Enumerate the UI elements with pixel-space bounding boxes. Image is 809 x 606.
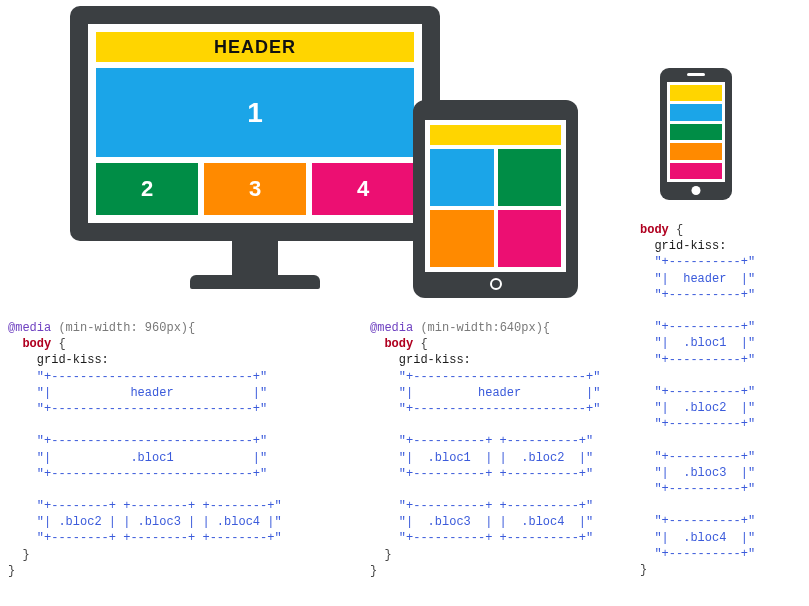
phone-speaker-icon xyxy=(687,73,705,76)
phone-bloc3 xyxy=(670,143,722,159)
desktop-header: HEADER xyxy=(96,32,414,62)
monitor-stand xyxy=(232,241,278,276)
media-condition: (min-width: 960px){ xyxy=(51,321,195,335)
brace-close: } xyxy=(8,548,30,562)
tablet-home-icon xyxy=(490,278,502,290)
ascii-line: "+----------------------------+" xyxy=(8,434,267,448)
desktop-bloc2: 2 xyxy=(96,163,198,215)
ascii-line: "| header |" xyxy=(8,386,267,400)
prop-gridkiss: grid-kiss: xyxy=(370,353,471,367)
tablet-grid xyxy=(430,149,561,267)
desktop-bloc3: 3 xyxy=(204,163,306,215)
ascii-line: "+----------------------------+" xyxy=(8,370,267,384)
prop-gridkiss: grid-kiss: xyxy=(640,239,726,253)
phone-header xyxy=(670,85,722,101)
ascii-line: "| .bloc1 |" xyxy=(8,451,267,465)
ascii-line: "| header |" xyxy=(370,386,600,400)
desktop-row-blocs: 2 3 4 xyxy=(96,163,414,215)
ascii-line: "+------------------------+" xyxy=(370,370,600,384)
brace-open: { xyxy=(669,223,683,237)
brace-open: { xyxy=(51,337,65,351)
ascii-line: "+----------+ +----------+" xyxy=(370,467,593,481)
ascii-line: "+----------+" xyxy=(640,482,755,496)
selector-body: body xyxy=(22,337,51,351)
brace-close: } xyxy=(370,548,392,562)
phone-bloc4 xyxy=(670,163,722,179)
ascii-line: "+----------------------------+" xyxy=(8,467,267,481)
media-keyword: @media xyxy=(370,321,413,335)
ascii-line: "| .bloc2 | | .bloc3 | | .bloc4 |" xyxy=(8,515,282,529)
media-keyword: @media xyxy=(8,321,51,335)
desktop-monitor: HEADER 1 2 3 4 xyxy=(70,6,440,241)
ascii-line: "| .bloc1 |" xyxy=(640,336,755,350)
ascii-line: "+------------------------+" xyxy=(370,402,600,416)
ascii-line: "| .bloc4 |" xyxy=(640,531,755,545)
selector-body: body xyxy=(384,337,413,351)
ascii-line: "+--------+ +--------+ +--------+" xyxy=(8,499,282,513)
selector-body: body xyxy=(640,223,669,237)
ascii-line: "+----------+ +----------+" xyxy=(370,434,593,448)
ascii-line: "| .bloc3 | | .bloc4 |" xyxy=(370,515,593,529)
ascii-line: "| header |" xyxy=(640,272,755,286)
tablet-bloc2 xyxy=(498,149,562,206)
ascii-line: "+----------+" xyxy=(640,353,755,367)
tablet-header xyxy=(430,125,561,145)
desktop-screen: HEADER 1 2 3 4 xyxy=(88,24,422,223)
ascii-line: "+----------------------------+" xyxy=(8,402,267,416)
code-phone: body { grid-kiss: "+----------+" "| head… xyxy=(640,222,809,578)
brace-close: } xyxy=(640,563,647,577)
ascii-line: "+----------+" xyxy=(640,288,755,302)
ascii-line: "| .bloc1 | | .bloc2 |" xyxy=(370,451,593,465)
prop-gridkiss: grid-kiss: xyxy=(8,353,109,367)
tablet-bloc1 xyxy=(430,149,494,206)
ascii-line: "+----------+" xyxy=(640,385,755,399)
ascii-line: "+----------+" xyxy=(640,450,755,464)
tablet-device xyxy=(413,100,578,298)
brace-close: } xyxy=(8,564,15,578)
tablet-bloc4 xyxy=(498,210,562,267)
ascii-line: "+----------+" xyxy=(640,255,755,269)
ascii-line: "+----------+" xyxy=(640,320,755,334)
ascii-line: "+----------+ +----------+" xyxy=(370,531,593,545)
ascii-line: "| .bloc3 |" xyxy=(640,466,755,480)
ascii-line: "+--------+ +--------+ +--------+" xyxy=(8,531,282,545)
tablet-bloc3 xyxy=(430,210,494,267)
ascii-line: "+----------+" xyxy=(640,514,755,528)
code-desktop: @media (min-width: 960px){ body { grid-k… xyxy=(8,320,348,579)
phone-bloc1 xyxy=(670,104,722,120)
phone-screen xyxy=(667,82,725,182)
tablet-screen xyxy=(425,120,566,272)
ascii-line: "| .bloc2 |" xyxy=(640,401,755,415)
phone-bloc2 xyxy=(670,124,722,140)
phone-device xyxy=(660,68,732,200)
desktop-bloc4: 4 xyxy=(312,163,414,215)
media-condition: (min-width:640px){ xyxy=(413,321,550,335)
ascii-line: "+----------+" xyxy=(640,547,755,561)
brace-open: { xyxy=(413,337,427,351)
desktop-bloc1: 1 xyxy=(96,68,414,157)
ascii-line: "+----------+" xyxy=(640,417,755,431)
ascii-line: "+----------+ +----------+" xyxy=(370,499,593,513)
code-tablet: @media (min-width:640px){ body { grid-ki… xyxy=(370,320,660,579)
monitor-base xyxy=(190,275,320,289)
phone-home-icon xyxy=(692,186,701,195)
brace-close: } xyxy=(370,564,377,578)
